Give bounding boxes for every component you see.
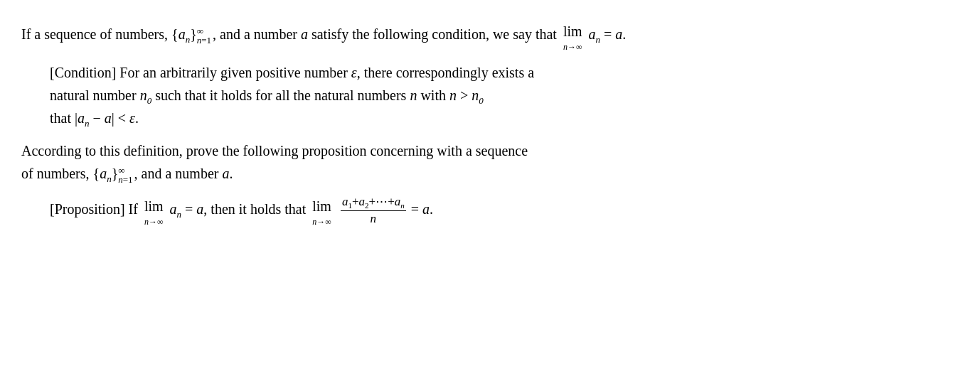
condition-line2: natural number n0 such that it holds for… — [50, 87, 484, 103]
para2-text: According to this definition, prove the … — [21, 143, 528, 181]
main-content: If a sequence of numbers, {an}∞n=1, and … — [21, 20, 952, 226]
para1-text: If a sequence of numbers, {an}∞n=1, and … — [21, 26, 626, 42]
condition-block: [Condition] For an arbitrarily given pos… — [21, 61, 952, 129]
proposition-block: [Proposition] If lim n→∞ an = a, then it… — [21, 195, 952, 226]
paragraph-2: According to this definition, prove the … — [21, 139, 952, 185]
proposition-text: [Proposition] If lim n→∞ an = a, then it… — [50, 201, 433, 217]
paragraph-1: If a sequence of numbers, {an}∞n=1, and … — [21, 20, 952, 51]
condition-line3: that |an − a| < ε. — [50, 110, 139, 126]
condition-text: [Condition] For an arbitrarily given pos… — [50, 65, 534, 80]
